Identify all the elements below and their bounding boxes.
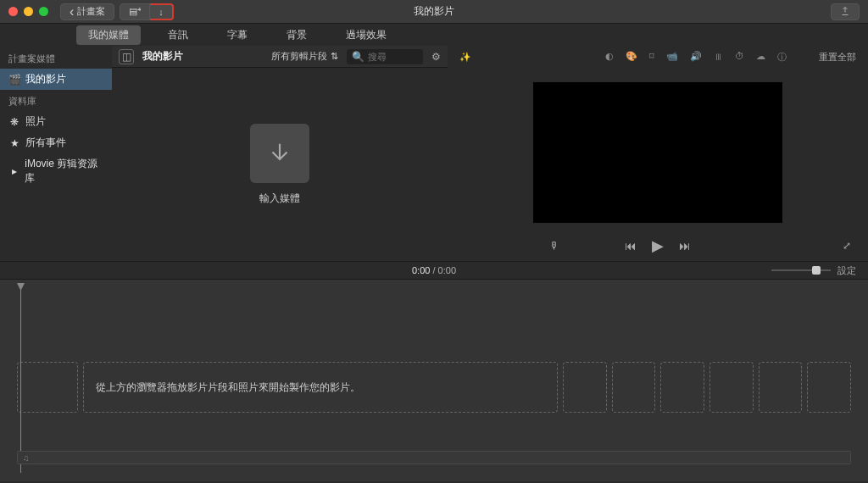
clip-placeholder[interactable] [563, 362, 607, 413]
voiceover-button[interactable]: 🎙 [549, 240, 559, 252]
clip-placeholder[interactable] [807, 362, 851, 413]
list-view-button[interactable]: ▤⁴ [120, 3, 150, 20]
tab-my-media[interactable]: 我的媒體 [76, 25, 141, 45]
playback-controls: ⏮ ▶ ⏭ [625, 236, 691, 255]
clip-placeholder[interactable] [660, 362, 704, 413]
timeline-header: 0:00 / 0:00 設定 [0, 261, 868, 280]
clip-placeholder[interactable] [759, 362, 803, 413]
microphone-icon: 🎙 [549, 240, 559, 252]
share-button[interactable] [831, 3, 860, 20]
flower-icon: ❋ [8, 116, 20, 128]
search-icon: 🔍 [352, 51, 364, 63]
viewer-toolbar: ✨ ◐ 🎨 ⌑ 📹 🔊 ⫼ ⏱ ☁ ⓘ 重置全部 [448, 46, 868, 68]
music-note-icon: ♫ [23, 453, 30, 463]
sidebar-header-library: 資料庫 [0, 90, 112, 111]
sidebar-item-label: 照片 [25, 114, 46, 129]
next-frame-button[interactable]: ⏭ [679, 239, 691, 253]
tab-subtitle[interactable]: 字幕 [215, 25, 259, 45]
close-window-button[interactable] [8, 7, 18, 16]
color-balance-button[interactable]: ◐ [605, 51, 614, 64]
media-tabs: 我的媒體 音訊 字幕 背景 過場效果 [0, 24, 868, 46]
star-icon: ★ [8, 137, 20, 149]
fullscreen-button[interactable]: ⤢ [843, 240, 851, 252]
window-controls [0, 7, 48, 16]
titlebar: 計畫案 ▤⁴ ↓ 我的影片 [0, 0, 868, 24]
sidebar-item-all-events[interactable]: ★ 所有事件 [0, 132, 112, 153]
minimize-window-button[interactable] [24, 7, 33, 16]
tab-audio[interactable]: 音訊 [156, 25, 200, 45]
prev-frame-button[interactable]: ⏮ [625, 239, 637, 253]
timeline-hint: 從上方的瀏覽器拖放影片片段和照片來開始製作您的影片。 [96, 380, 360, 395]
browser-settings-button[interactable]: ⚙ [431, 51, 441, 63]
list-icon: ▤⁴ [129, 6, 141, 17]
color-correction-button[interactable]: 🎨 [626, 51, 637, 64]
audio-track[interactable]: ♫ [17, 451, 851, 464]
viewer-panel: ✨ ◐ 🎨 ⌑ 📹 🔊 ⫼ ⏱ ☁ ⓘ 重置全部 🎙 ⏮ [448, 46, 868, 261]
sidebar-item-photos[interactable]: ❋ 照片 [0, 111, 112, 132]
download-arrow-icon: ↓ [159, 7, 164, 17]
browser-title: 我的影片 [142, 49, 183, 64]
timeline[interactable]: 從上方的瀏覽器拖放影片片段和照片來開始製作您的影片。 ♫ [0, 280, 868, 481]
magic-wand-icon: ✨ [459, 52, 471, 62]
sidebar-item-label: iMovie 剪辑资源库 [25, 157, 103, 186]
sidebar-item-my-movie[interactable]: 🎬 我的影片 [0, 69, 112, 90]
fullscreen-window-button[interactable] [39, 7, 48, 16]
tab-background[interactable]: 背景 [275, 25, 319, 45]
triangle-right-icon: ▸ [8, 165, 19, 177]
speed-button[interactable]: ⏱ [735, 51, 744, 64]
share-icon [840, 6, 850, 18]
total-time: 0:00 [438, 265, 456, 275]
crop-button[interactable]: ⌑ [649, 51, 654, 64]
expand-icon: ⤢ [843, 240, 851, 252]
import-media-button[interactable]: ↓ [150, 3, 174, 20]
clip-placeholder[interactable] [709, 362, 754, 413]
sidebar-item-imovie-library[interactable]: ▸ iMovie 剪辑资源库 [0, 153, 112, 189]
volume-button[interactable]: 🔊 [690, 51, 702, 64]
viewer-controls: 🎙 ⏮ ▶ ⏭ ⤢ [448, 230, 868, 261]
adjustment-icons: ◐ 🎨 ⌑ 📹 🔊 ⫼ ⏱ ☁ ⓘ [605, 51, 787, 64]
media-browser: ◫ 我的影片 所有剪輯片段 ⇅ 🔍 ⚙ [112, 46, 448, 261]
toggle-sidebar-button[interactable]: ◫ [119, 49, 134, 64]
clip-filter-dropdown[interactable]: 所有剪輯片段 ⇅ [271, 50, 338, 63]
video-preview[interactable] [533, 82, 782, 223]
back-label: 計畫案 [77, 5, 105, 18]
timeline-settings-button[interactable]: 設定 [837, 264, 856, 277]
clip-placeholder[interactable] [17, 362, 78, 413]
import-media-tile[interactable] [250, 124, 309, 183]
browser-body: 輸入媒體 [112, 68, 448, 261]
magic-wand-button[interactable]: ✨ [459, 52, 471, 63]
chevron-updown-icon: ⇅ [331, 51, 338, 62]
view-toggle-group: ▤⁴ ↓ [120, 3, 174, 20]
sidebar: 計畫案媒體 🎬 我的影片 資料庫 ❋ 照片 ★ 所有事件 ▸ iMovie 剪辑… [0, 46, 112, 261]
reset-all-button[interactable]: 重置全部 [819, 51, 856, 64]
tab-transition[interactable]: 過場效果 [334, 25, 398, 45]
viewer-canvas [448, 68, 868, 230]
video-track[interactable]: 從上方的瀏覽器拖放影片片段和照片來開始製作您的影片。 [17, 361, 851, 414]
browser-header: ◫ 我的影片 所有剪輯片段 ⇅ 🔍 ⚙ [112, 46, 448, 68]
gear-icon: ⚙ [431, 51, 441, 63]
sidebar-header-project-media: 計畫案媒體 [0, 47, 112, 69]
download-arrow-icon [265, 139, 294, 168]
clip-placeholder-main[interactable]: 從上方的瀏覽器拖放影片片段和照片來開始製作您的影片。 [83, 362, 558, 413]
current-time: 0:00 [412, 265, 430, 275]
play-button[interactable]: ▶ [652, 236, 664, 255]
sidebar-item-label: 我的影片 [25, 72, 66, 86]
sidebar-item-label: 所有事件 [25, 136, 66, 150]
search-input[interactable] [368, 52, 419, 62]
stabilize-button[interactable]: 📹 [666, 51, 678, 64]
info-button[interactable]: ⓘ [777, 51, 787, 64]
clip-placeholder[interactable] [612, 362, 656, 413]
window-title: 我的影片 [414, 4, 454, 19]
playhead[interactable] [20, 285, 21, 473]
import-media-label: 輸入媒體 [259, 192, 300, 206]
search-field[interactable]: 🔍 [347, 49, 423, 64]
clapper-icon: 🎬 [8, 74, 20, 86]
back-to-projects-button[interactable]: 計畫案 [60, 3, 114, 20]
filter-button[interactable]: ☁ [756, 51, 765, 64]
zoom-slider[interactable] [771, 269, 831, 271]
filter-label: 所有剪輯片段 [271, 50, 327, 63]
equalizer-button[interactable]: ⫼ [714, 51, 723, 64]
timecode: 0:00 / 0:00 [412, 265, 456, 275]
